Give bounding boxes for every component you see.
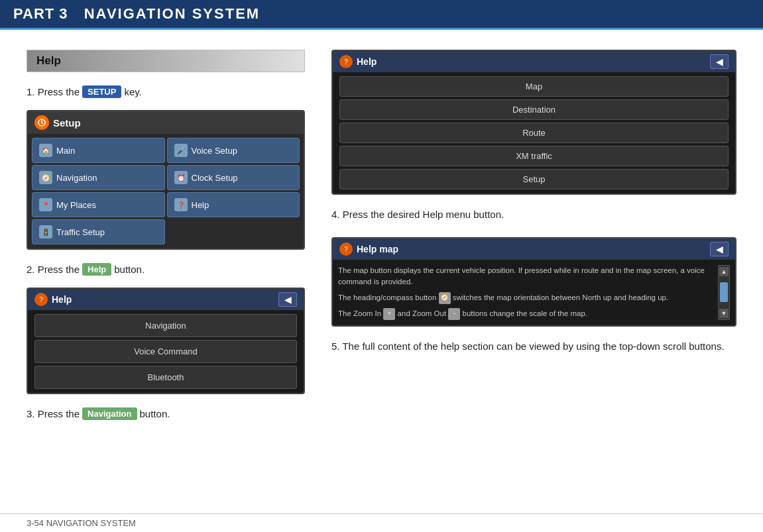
main-icon: 🏠 xyxy=(39,144,52,157)
step4-text: 4. Press the desired Help menu button. xyxy=(331,207,736,223)
help-map-title-text: Help map xyxy=(357,244,398,254)
setup-title-bar: Setup xyxy=(28,111,304,134)
compass-icon: 🧭 xyxy=(439,292,451,304)
help-menu-screen-mockup: ? Help ◀ Map Destination Route XM traffi… xyxy=(331,50,736,195)
scroll-down-arrow[interactable]: ▼ xyxy=(719,309,729,318)
help-map-body: The map button displays the current vehi… xyxy=(333,260,735,325)
help-menu-title-bar: ? Help ◀ xyxy=(333,51,735,72)
setup-btn-my-places[interactable]: 📍 My Places xyxy=(32,192,165,217)
nav-help-title-bar: ? Help ◀ xyxy=(28,289,304,310)
my-places-icon: 📍 xyxy=(39,198,52,211)
help-heading-box: Help xyxy=(27,50,305,72)
help-map-back-arrow[interactable]: ◀ xyxy=(710,242,729,256)
part-label: PART 3 xyxy=(13,5,68,23)
left-column: Help 1. Press the SETUP key. Setup 🏠 Mai… xyxy=(27,50,305,432)
voice-setup-icon: 🎤 xyxy=(174,144,188,157)
help-map-icon-circle: ? xyxy=(339,242,353,256)
help-menu-title-text: Help xyxy=(357,56,377,67)
nav-help-screen-mockup: ? Help ◀ Navigation Voice Command Blueto… xyxy=(27,288,305,394)
page-title: NAVIGATION SYSTEM xyxy=(84,5,260,23)
help-heading: Help xyxy=(36,54,61,67)
right-column: ? Help ◀ Map Destination Route XM traffi… xyxy=(331,50,736,432)
setup-key-badge: SETUP xyxy=(82,85,121,98)
help-map-title-bar: ? Help map ◀ xyxy=(333,239,735,260)
setup-btn-voice-setup[interactable]: 🎤 Voice Setup xyxy=(167,138,300,163)
traffic-icon: 🚦 xyxy=(39,225,52,239)
navigation-icon: 🧭 xyxy=(39,171,52,184)
help-map-scrollbar: ▲ ▼ xyxy=(718,265,730,320)
scroll-thumb[interactable] xyxy=(720,282,728,302)
help-menu-back-arrow[interactable]: ◀ xyxy=(710,54,729,69)
help-map-screen-mockup: ? Help map ◀ The map button displays the… xyxy=(331,237,736,327)
setup-grid: 🏠 Main 🎤 Voice Setup 🧭 Navigation ⏰ Cloc… xyxy=(28,134,304,248)
svg-line-2 xyxy=(42,123,43,124)
setup-btn-traffic[interactable]: 🚦 Traffic Setup xyxy=(32,219,165,244)
step3-instruction: 3. Press the Navigation button. xyxy=(27,407,305,420)
nav-help-list: Navigation Voice Command Bluetooth xyxy=(28,310,304,393)
setup-icon xyxy=(34,115,49,130)
zoom-out-icon: − xyxy=(448,308,460,320)
nav-key-badge: Navigation xyxy=(82,407,137,420)
nav-help-item-navigation[interactable]: Navigation xyxy=(34,314,297,337)
help-menu-item-map[interactable]: Map xyxy=(339,76,729,97)
nav-help-item-voice-command[interactable]: Voice Command xyxy=(34,340,297,363)
step5-text: 5. The full content of the help section … xyxy=(331,339,736,354)
help-menu-item-setup[interactable]: Setup xyxy=(339,169,729,189)
setup-btn-navigation[interactable]: 🧭 Navigation xyxy=(32,165,165,190)
nav-help-title-text: Help xyxy=(52,294,72,305)
help-menu-icon-circle: ? xyxy=(339,55,353,68)
setup-screen-mockup: Setup 🏠 Main 🎤 Voice Setup 🧭 Navigation … xyxy=(27,110,305,250)
setup-btn-help[interactable]: ❓ Help xyxy=(167,192,300,217)
step2-instruction: 2. Press the Help button. xyxy=(27,263,305,276)
clock-setup-icon: ⏰ xyxy=(174,171,188,184)
help-menu-item-route[interactable]: Route xyxy=(339,123,729,143)
page-header: PART 3 NAVIGATION SYSTEM xyxy=(0,0,763,30)
setup-btn-main[interactable]: 🏠 Main xyxy=(32,138,165,163)
help-key-badge: Help xyxy=(82,263,111,276)
footer-text: 3-54 NAVIGATION SYSTEM xyxy=(27,518,136,528)
zoom-in-icon: + xyxy=(383,308,395,320)
help-icon-circle: ? xyxy=(34,293,48,306)
help-icon: ❓ xyxy=(174,198,188,211)
setup-title-text: Setup xyxy=(53,117,81,129)
scroll-up-arrow[interactable]: ▲ xyxy=(719,267,729,276)
nav-help-item-bluetooth[interactable]: Bluetooth xyxy=(34,366,297,389)
main-content: Help 1. Press the SETUP key. Setup 🏠 Mai… xyxy=(0,30,763,452)
help-menu-item-xmtraffic[interactable]: XM traffic xyxy=(339,146,729,166)
help-menu-item-destination[interactable]: Destination xyxy=(339,99,729,120)
setup-btn-clock-setup[interactable]: ⏰ Clock Setup xyxy=(167,165,300,190)
help-map-text-area: The map button displays the current vehi… xyxy=(338,265,714,320)
page-footer: 3-54 NAVIGATION SYSTEM xyxy=(0,513,763,532)
help-menu-list: Map Destination Route XM traffic Setup xyxy=(333,72,735,193)
step1-instruction: 1. Press the SETUP key. xyxy=(27,85,305,98)
back-arrow-btn[interactable]: ◀ xyxy=(278,292,297,307)
